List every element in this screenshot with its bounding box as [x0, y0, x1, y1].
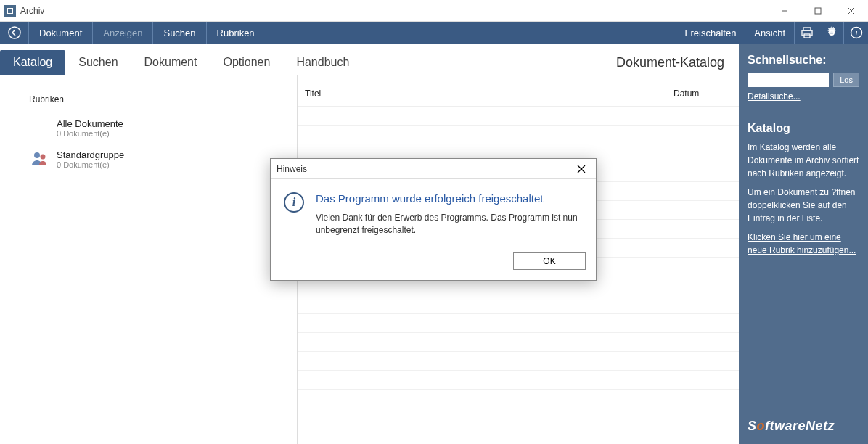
tab-bar: Katalog Suchen Dokument Optionen Handbuc…	[0, 44, 739, 75]
maximize-button[interactable]	[801, 0, 835, 22]
info-icon[interactable]: i	[843, 22, 868, 44]
toolbar-freischalten[interactable]: Freischalten	[676, 22, 745, 44]
svg-point-12	[34, 152, 40, 158]
list-row[interactable]	[298, 126, 739, 144]
toolbar-item-anzeigen[interactable]: Anzeigen	[93, 22, 153, 44]
rubrik-item-standard[interactable]: Standardgruppe 0 Dokument(e)	[0, 144, 297, 175]
search-button[interactable]: Los	[833, 73, 859, 87]
back-button[interactable]	[0, 22, 29, 44]
rubriken-column: Rubriken Alle Dokumente 0 Dokument(e) St…	[0, 75, 298, 444]
search-row: Los	[748, 73, 859, 87]
main-toolbar: Dokument Anzeigen Suchen Rubriken Freisc…	[0, 22, 868, 44]
rubrik-item-alle[interactable]: Alle Dokumente 0 Dokument(e)	[0, 112, 297, 144]
rubrik-title: Standardgruppe	[57, 149, 290, 160]
close-button[interactable]	[835, 0, 868, 22]
katalog-section: Katalog Im Katalog werden alle Dokumente…	[748, 122, 859, 257]
search-input[interactable]	[748, 73, 829, 87]
dialog-close-button[interactable]	[573, 162, 590, 176]
list-row[interactable]	[298, 314, 739, 333]
svg-rect-3	[815, 8, 821, 14]
page-title: Dokument-Katalog	[616, 55, 724, 75]
window-controls	[768, 0, 868, 22]
gear-icon[interactable]	[819, 22, 843, 44]
minimize-button[interactable]	[768, 0, 801, 22]
svg-text:i: i	[855, 28, 857, 37]
svg-rect-8	[802, 30, 812, 36]
list-row[interactable]	[298, 371, 739, 390]
rubrik-count: 0 Dokument(e)	[57, 160, 290, 169]
list-row[interactable]	[298, 333, 739, 352]
tab-optionen[interactable]: Optionen	[210, 50, 283, 75]
dialog-content: Das Programm wurde erfolgreich freigesch…	[316, 192, 583, 237]
tab-dokument[interactable]: Dokument	[131, 50, 210, 75]
dialog-heading: Das Programm wurde erfolgreich freigesch…	[316, 192, 583, 205]
dialog-footer: OK	[271, 247, 596, 280]
dialog-text: Vielen Dank für den Erwerb des Programms…	[316, 212, 583, 237]
dialog-title-bar: Hinweis	[271, 159, 596, 179]
ok-button[interactable]: OK	[513, 252, 586, 270]
svg-rect-1	[8, 9, 12, 13]
info-icon: i	[284, 192, 304, 213]
add-rubrik-link[interactable]: Klicken Sie hier um eine neue Rubrik hin…	[748, 232, 856, 255]
side-panel: Schnellsuche: Los Detailsuche... Katalog…	[739, 44, 868, 444]
app-icon	[4, 5, 16, 17]
svg-point-13	[41, 155, 46, 160]
svg-point-6	[9, 27, 20, 38]
list-row[interactable]	[298, 107, 739, 126]
list-row[interactable]	[298, 390, 739, 408]
dialog-body: i Das Programm wurde erfolgreich freiges…	[271, 179, 596, 247]
list-row[interactable]	[298, 295, 739, 314]
toolbar-item-rubriken[interactable]: Rubriken	[207, 22, 265, 44]
toolbar-item-suchen[interactable]: Suchen	[153, 22, 206, 44]
tab-katalog[interactable]: Katalog	[0, 50, 65, 75]
brand-logo: SoftwareNetz	[748, 419, 859, 434]
list-row[interactable]	[298, 352, 739, 371]
detail-search-link[interactable]: Detailsuche...	[748, 91, 859, 102]
title-bar: Archiv	[0, 0, 868, 22]
rubrik-count: 0 Dokument(e)	[57, 129, 290, 138]
katalog-para2: Um ein Dokument zu ?ffnen doppelklicken …	[748, 186, 859, 225]
hinweis-dialog: Hinweis i Das Programm wurde erfolgreich…	[270, 158, 597, 281]
katalog-para1: Im Katalog werden alle Dokumente im Arch…	[748, 141, 859, 180]
katalog-title: Katalog	[748, 122, 859, 135]
toolbar-spacer	[265, 22, 676, 44]
dialog-title: Hinweis	[277, 164, 307, 174]
tab-handbuch[interactable]: Handbuch	[283, 50, 362, 75]
toolbar-ansicht[interactable]: Ansicht	[745, 22, 794, 44]
toolbar-item-dokument[interactable]: Dokument	[29, 22, 93, 44]
rubrik-title: Alle Dokumente	[57, 118, 290, 129]
print-icon[interactable]	[794, 22, 819, 44]
header-datum: Datum	[666, 75, 739, 106]
header-titel: Titel	[298, 75, 666, 106]
tab-suchen[interactable]: Suchen	[65, 50, 131, 75]
rubriken-header: Rubriken	[0, 81, 297, 112]
people-icon	[30, 149, 48, 167]
schnellsuche-title: Schnellsuche:	[748, 54, 859, 67]
window-title: Archiv	[20, 6, 44, 16]
list-header-row: Titel Datum	[298, 75, 739, 107]
